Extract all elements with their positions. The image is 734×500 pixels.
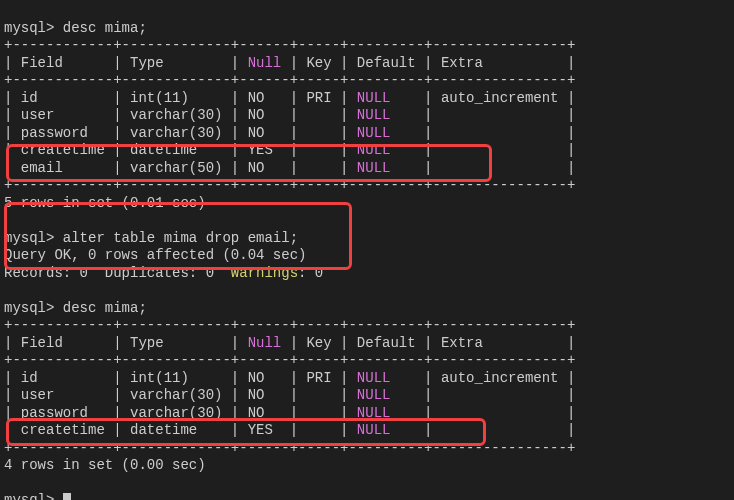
- row-user-right: | |: [390, 107, 575, 123]
- row-createtime-left: | createtime | datetime | YES | |: [4, 142, 357, 158]
- row-user-null: NULL: [357, 107, 391, 123]
- table-border: +------------+-------------+------+-----…: [4, 177, 575, 193]
- header-left: | Field | Type |: [4, 335, 248, 351]
- records-right: : 0: [298, 265, 323, 281]
- row-user-left: | user | varchar(30) | NO | |: [4, 387, 357, 403]
- header-null: Null: [248, 335, 282, 351]
- row-password-left: | password | varchar(30) | NO | |: [4, 125, 357, 141]
- row-id-right: | auto_increment |: [390, 370, 575, 386]
- row-user-null: NULL: [357, 387, 391, 403]
- row-id-null: NULL: [357, 370, 391, 386]
- row-password-left: | password | varchar(30) | NO | |: [4, 405, 357, 421]
- prompt-final[interactable]: mysql>: [4, 492, 63, 500]
- row-password-null: NULL: [357, 405, 391, 421]
- row-user-left: | user | varchar(30) | NO | |: [4, 107, 357, 123]
- row-email-right: | |: [390, 160, 575, 176]
- row-password-right: | |: [390, 125, 575, 141]
- row-id-left: | id | int(11) | NO | PRI |: [4, 370, 357, 386]
- row-password-null: NULL: [357, 125, 391, 141]
- header-right: | Key | Default | Extra |: [281, 55, 575, 71]
- row-createtime-null: NULL: [357, 422, 391, 438]
- row-email-left: | email | varchar(50) | NO | |: [4, 160, 357, 176]
- cursor-icon[interactable]: [63, 493, 71, 500]
- row-createtime-null: NULL: [357, 142, 391, 158]
- row-password-right: | |: [390, 405, 575, 421]
- row-email-null: NULL: [357, 160, 391, 176]
- row-createtime-right: | |: [390, 142, 575, 158]
- table-border: +------------+-------------+------+-----…: [4, 37, 575, 53]
- table-border: +------------+-------------+------+-----…: [4, 317, 575, 333]
- header-right: | Key | Default | Extra |: [281, 335, 575, 351]
- header-null: Null: [248, 55, 282, 71]
- cmd-desc-1: mysql> desc mima;: [4, 20, 147, 36]
- table-border: +------------+-------------+------+-----…: [4, 72, 575, 88]
- table-border: +------------+-------------+------+-----…: [4, 440, 575, 456]
- row-createtime-right: | |: [390, 422, 575, 438]
- row-createtime-left: | createtime | datetime | YES | |: [4, 422, 357, 438]
- query-ok: Query OK, 0 rows affected (0.04 sec): [4, 247, 306, 263]
- header-left: | Field | Type |: [4, 55, 248, 71]
- cmd-alter: mysql> alter table mima drop email;: [4, 230, 298, 246]
- warnings-label: Warnings: [231, 265, 298, 281]
- rows-in-set-5: 5 rows in set (0.01 sec): [4, 195, 206, 211]
- cmd-desc-2: mysql> desc mima;: [4, 300, 147, 316]
- terminal-output: mysql> desc mima; +------------+--------…: [0, 0, 734, 500]
- row-user-right: | |: [390, 387, 575, 403]
- row-id-null: NULL: [357, 90, 391, 106]
- rows-in-set-4: 4 rows in set (0.00 sec): [4, 457, 206, 473]
- table-border: +------------+-------------+------+-----…: [4, 352, 575, 368]
- row-id-left: | id | int(11) | NO | PRI |: [4, 90, 357, 106]
- records-left: Records: 0 Duplicates: 0: [4, 265, 231, 281]
- row-id-right: | auto_increment |: [390, 90, 575, 106]
